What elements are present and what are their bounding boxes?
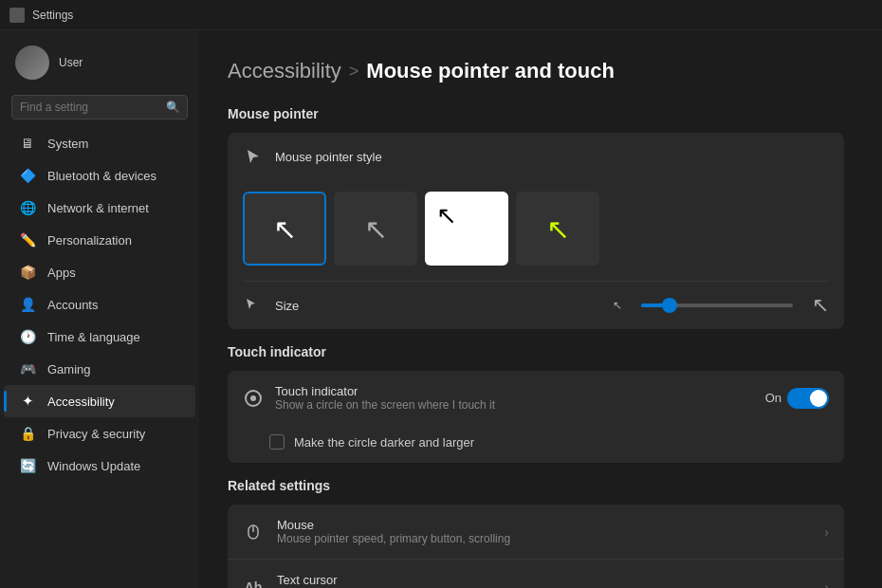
pointer-style-inverted[interactable]: ↖ — [425, 192, 508, 266]
mouse-sublabel: Mouse pointer speed, primary button, scr… — [277, 532, 811, 545]
mouse-text: Mouse Mouse pointer speed, primary butto… — [277, 518, 811, 545]
pointer-style-row: Mouse pointer style — [228, 133, 844, 180]
breadcrumb-parent[interactable]: Accessibility — [228, 59, 341, 83]
pointer-style-yellow[interactable]: ↖ — [516, 192, 599, 266]
sidebar-item-system[interactable]: 🖥 System — [4, 127, 195, 159]
mouse-pointer-section-title: Mouse pointer — [228, 106, 844, 121]
apps-icon: 📦 — [19, 264, 36, 281]
cursor-dark-icon: ↖ — [364, 212, 388, 246]
network-icon: 🌐 — [19, 199, 36, 216]
titlebar-title: Settings — [32, 9, 73, 22]
related-mouse-row[interactable]: Mouse Mouse pointer speed, primary butto… — [228, 505, 844, 559]
mouse-pointer-card: Mouse pointer style ↖ ↖ ↖ ↖ — [228, 133, 844, 329]
update-icon: 🔄 — [19, 457, 36, 474]
accounts-icon: 👤 — [19, 296, 36, 313]
touch-indicator-text: Touch indicator Show a circle on the scr… — [275, 384, 495, 412]
breadcrumb: Accessibility > Mouse pointer and touch — [228, 59, 844, 83]
search-box[interactable]: 🔍 — [11, 95, 188, 119]
user-name: User — [59, 56, 83, 69]
text-cursor-label: Text cursor — [277, 573, 811, 587]
sidebar: User 🔍 🖥 System 🔷 Bluetooth & devices 🌐 … — [0, 30, 199, 588]
size-label: Size — [275, 299, 299, 313]
sidebar-item-label: Personalization — [47, 233, 132, 248]
avatar — [15, 46, 49, 80]
text-cursor-text: Text cursor Text cursor indicator, thick… — [277, 573, 811, 588]
pointer-style-label: Mouse pointer style — [275, 150, 382, 164]
breadcrumb-current: Mouse pointer and touch — [366, 59, 615, 83]
sidebar-item-label: Apps — [47, 266, 76, 280]
svg-point-1 — [250, 395, 256, 401]
touch-indicator-label: Touch indicator — [275, 384, 495, 398]
sidebar-item-accessibility[interactable]: ✦ Accessibility — [4, 385, 195, 417]
search-input[interactable] — [11, 95, 188, 119]
touch-toggle-wrap: On — [765, 388, 829, 409]
size-row: Size ↖ ↖ — [228, 282, 844, 329]
breadcrumb-separator: > — [349, 62, 359, 82]
user-section: User — [0, 38, 199, 95]
content-area: Accessibility > Mouse pointer and touch … — [199, 30, 882, 588]
cursor-white-icon: ↖ — [273, 212, 297, 246]
checkbox-label: Make the circle darker and larger — [294, 435, 474, 450]
size-slider[interactable] — [641, 303, 793, 307]
touch-toggle[interactable] — [787, 388, 829, 409]
sidebar-item-label: Accessibility — [47, 395, 115, 409]
mouse-label: Mouse — [277, 518, 811, 532]
sidebar-item-label: Privacy & security — [47, 427, 145, 441]
sidebar-item-label: Gaming — [47, 362, 91, 377]
main-layout: User 🔍 🖥 System 🔷 Bluetooth & devices 🌐 … — [0, 30, 882, 588]
sidebar-item-time[interactable]: 🕐 Time & language — [4, 321, 195, 353]
sidebar-item-gaming[interactable]: 🎮 Gaming — [4, 353, 195, 385]
sidebar-item-privacy[interactable]: 🔒 Privacy & security — [4, 417, 195, 450]
related-text-cursor-row[interactable]: Ab Text cursor Text cursor indicator, th… — [228, 559, 844, 588]
toggle-knob — [810, 390, 827, 407]
personalization-icon: ✏️ — [19, 231, 36, 248]
system-icon: 🖥 — [19, 135, 36, 152]
sidebar-item-network[interactable]: 🌐 Network & internet — [4, 192, 195, 224]
darker-circle-checkbox[interactable] — [269, 434, 285, 450]
toggle-label: On — [765, 391, 781, 405]
size-icon — [243, 295, 264, 316]
slider-thumb[interactable] — [662, 298, 677, 313]
cursor-inverted-icon: ↖ — [436, 201, 457, 230]
sidebar-item-bluetooth[interactable]: 🔷 Bluetooth & devices — [4, 159, 195, 192]
titlebar: Settings — [0, 0, 882, 30]
related-settings-card: Mouse Mouse pointer speed, primary butto… — [228, 505, 844, 588]
sidebar-item-accounts[interactable]: 👤 Accounts — [4, 288, 195, 321]
size-cursor-small: ↖ — [613, 299, 622, 312]
pointer-style-white[interactable]: ↖ — [243, 192, 326, 266]
pointer-style-icon — [243, 146, 264, 167]
sidebar-item-update[interactable]: 🔄 Windows Update — [4, 450, 195, 482]
touch-indicator-row: Touch indicator Show a circle on the scr… — [228, 371, 844, 425]
sidebar-item-apps[interactable]: 📦 Apps — [4, 256, 195, 288]
sidebar-item-label: Accounts — [47, 298, 98, 312]
mouse-icon — [243, 522, 264, 542]
mouse-chevron-icon: › — [824, 524, 829, 540]
sidebar-item-label: Windows Update — [47, 459, 140, 473]
pointer-style-dark[interactable]: ↖ — [334, 192, 417, 266]
size-cursor-large: ↖ — [812, 293, 829, 318]
cursor-yellow-icon: ↖ — [546, 212, 570, 246]
bluetooth-icon: 🔷 — [19, 167, 36, 184]
sidebar-item-label: System — [47, 137, 88, 151]
text-cursor-chevron-icon: › — [824, 579, 829, 589]
text-cursor-icon: Ab — [243, 577, 264, 589]
accessibility-icon: ✦ — [19, 393, 36, 410]
checkbox-row: Make the circle darker and larger — [228, 425, 844, 463]
touch-icon — [243, 388, 264, 409]
privacy-icon: 🔒 — [19, 425, 36, 442]
sidebar-item-label: Bluetooth & devices — [47, 169, 156, 183]
search-icon: 🔍 — [166, 101, 180, 114]
touch-indicator-card: Touch indicator Show a circle on the scr… — [228, 371, 844, 463]
sidebar-item-label: Network & internet — [47, 201, 149, 215]
app-icon — [9, 8, 25, 23]
related-settings-title: Related settings — [228, 478, 844, 493]
sidebar-item-personalization[interactable]: ✏️ Personalization — [4, 224, 195, 256]
time-icon: 🕐 — [19, 328, 36, 345]
gaming-icon: 🎮 — [19, 360, 36, 377]
sidebar-item-label: Time & language — [47, 330, 140, 344]
touch-indicator-section-title: Touch indicator — [228, 344, 844, 359]
touch-indicator-sublabel: Show a circle on the screen where I touc… — [275, 398, 495, 412]
pointer-styles-container: ↖ ↖ ↖ ↖ — [228, 180, 844, 281]
